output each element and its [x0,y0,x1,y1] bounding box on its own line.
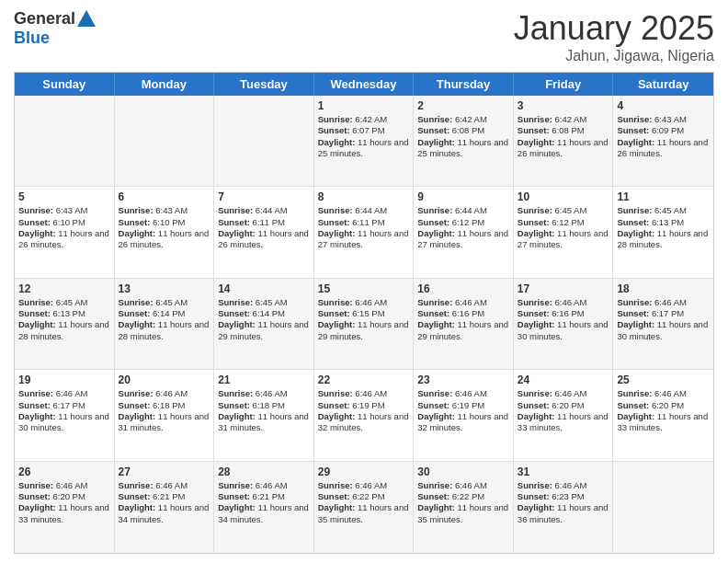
day-number: 10 [518,190,609,203]
day-number: 22 [318,373,410,386]
logo-general-text: General [14,9,75,29]
day-number: 29 [318,465,410,478]
calendar-cell: 30Sunrise: 6:46 AMSunset: 6:22 PMDayligh… [414,462,514,553]
calendar-cell: 21Sunrise: 6:46 AMSunset: 6:18 PMDayligh… [214,370,314,460]
header-day-sunday: Sunday [15,73,115,96]
logo-blue-text: Blue [14,29,50,48]
day-number: 31 [518,465,609,478]
header-day-wednesday: Wednesday [314,73,415,96]
day-number: 11 [617,190,710,203]
calendar-row-2: 12Sunrise: 6:45 AMSunset: 6:13 PMDayligh… [15,279,713,370]
calendar-row-1: 5Sunrise: 6:43 AMSunset: 6:10 PMDaylight… [15,187,713,278]
cell-info-text: Sunrise: 6:43 AMSunset: 6:10 PMDaylight:… [18,205,110,250]
cell-info-text: Sunrise: 6:45 AMSunset: 6:14 PMDaylight:… [218,297,310,342]
title-section: January 2025 Jahun, Jigawa, Nigeria [514,9,714,64]
calendar-cell [214,96,314,186]
day-number: 15 [318,282,410,295]
header-day-saturday: Saturday [613,73,713,96]
day-number: 24 [518,373,609,386]
calendar-cell: 11Sunrise: 6:45 AMSunset: 6:13 PMDayligh… [613,187,713,277]
day-number: 27 [119,465,210,478]
cell-info-text: Sunrise: 6:45 AMSunset: 6:13 PMDaylight:… [18,297,110,342]
calendar-cell: 2Sunrise: 6:42 AMSunset: 6:08 PMDaylight… [414,96,514,186]
calendar: SundayMondayTuesdayWednesdayThursdayFrid… [14,72,714,554]
day-number: 9 [417,190,509,203]
day-number: 5 [18,190,110,203]
cell-info-text: Sunrise: 6:46 AMSunset: 6:18 PMDaylight:… [119,388,210,433]
header-day-monday: Monday [115,73,215,96]
calendar-cell: 14Sunrise: 6:45 AMSunset: 6:14 PMDayligh… [214,279,314,369]
day-number: 17 [518,282,609,295]
calendar-cell: 23Sunrise: 6:46 AMSunset: 6:19 PMDayligh… [414,370,514,460]
calendar-cell: 25Sunrise: 6:46 AMSunset: 6:20 PMDayligh… [613,370,713,460]
cell-info-text: Sunrise: 6:46 AMSunset: 6:21 PMDaylight:… [218,480,310,525]
cell-info-text: Sunrise: 6:43 AMSunset: 6:09 PMDaylight:… [617,114,710,159]
cell-info-text: Sunrise: 6:46 AMSunset: 6:22 PMDaylight:… [417,480,509,525]
calendar-cell: 13Sunrise: 6:45 AMSunset: 6:14 PMDayligh… [115,279,215,369]
calendar-row-3: 19Sunrise: 6:46 AMSunset: 6:17 PMDayligh… [15,370,713,461]
cell-info-text: Sunrise: 6:46 AMSunset: 6:16 PMDaylight:… [417,297,509,342]
calendar-cell: 3Sunrise: 6:42 AMSunset: 6:08 PMDaylight… [514,96,614,186]
cell-info-text: Sunrise: 6:46 AMSunset: 6:19 PMDaylight:… [417,388,509,433]
cell-info-text: Sunrise: 6:46 AMSunset: 6:17 PMDaylight:… [617,297,710,342]
calendar-cell: 7Sunrise: 6:44 AMSunset: 6:11 PMDaylight… [214,187,314,277]
cell-info-text: Sunrise: 6:46 AMSunset: 6:22 PMDaylight:… [318,480,410,525]
cell-info-text: Sunrise: 6:46 AMSunset: 6:19 PMDaylight:… [318,388,410,433]
cell-info-text: Sunrise: 6:46 AMSunset: 6:23 PMDaylight:… [518,480,609,525]
cell-info-text: Sunrise: 6:46 AMSunset: 6:17 PMDaylight:… [18,388,110,433]
logo-text: General [14,9,96,29]
calendar-cell: 1Sunrise: 6:42 AMSunset: 6:07 PMDaylight… [314,96,415,186]
cell-info-text: Sunrise: 6:42 AMSunset: 6:07 PMDaylight:… [318,114,410,159]
calendar-row-4: 26Sunrise: 6:46 AMSunset: 6:20 PMDayligh… [15,462,713,553]
calendar-cell [15,96,115,186]
calendar-cell: 29Sunrise: 6:46 AMSunset: 6:22 PMDayligh… [314,462,415,553]
cell-info-text: Sunrise: 6:46 AMSunset: 6:20 PMDaylight:… [518,388,609,433]
month-title: January 2025 [514,9,714,48]
calendar-cell: 12Sunrise: 6:45 AMSunset: 6:13 PMDayligh… [15,279,115,369]
day-number: 16 [417,282,509,295]
calendar-cell: 31Sunrise: 6:46 AMSunset: 6:23 PMDayligh… [514,462,614,553]
calendar-cell: 19Sunrise: 6:46 AMSunset: 6:17 PMDayligh… [15,370,115,460]
calendar-cell: 16Sunrise: 6:46 AMSunset: 6:16 PMDayligh… [414,279,514,369]
day-number: 1 [318,99,410,112]
header-day-friday: Friday [514,73,614,96]
calendar-cell: 22Sunrise: 6:46 AMSunset: 6:19 PMDayligh… [314,370,415,460]
calendar-cell: 10Sunrise: 6:45 AMSunset: 6:12 PMDayligh… [514,187,614,277]
cell-info-text: Sunrise: 6:42 AMSunset: 6:08 PMDaylight:… [518,114,609,159]
day-number: 19 [18,373,110,386]
header-day-thursday: Thursday [414,73,514,96]
calendar-cell: 8Sunrise: 6:44 AMSunset: 6:11 PMDaylight… [314,187,415,277]
cell-info-text: Sunrise: 6:46 AMSunset: 6:20 PMDaylight:… [18,480,110,525]
cell-info-text: Sunrise: 6:46 AMSunset: 6:21 PMDaylight:… [119,480,210,525]
header-day-tuesday: Tuesday [214,73,314,96]
page: General Blue January 2025 Jahun, Jigawa,… [0,0,728,563]
day-number: 8 [318,190,410,203]
day-number: 13 [119,282,210,295]
cell-info-text: Sunrise: 6:46 AMSunset: 6:15 PMDaylight:… [318,297,410,342]
cell-info-text: Sunrise: 6:46 AMSunset: 6:16 PMDaylight:… [518,297,609,342]
day-number: 6 [119,190,210,203]
day-number: 21 [218,373,310,386]
header: General Blue January 2025 Jahun, Jigawa,… [14,9,714,64]
logo: General Blue [14,9,96,48]
calendar-cell [613,462,713,553]
cell-info-text: Sunrise: 6:43 AMSunset: 6:10 PMDaylight:… [119,205,210,250]
calendar-header: SundayMondayTuesdayWednesdayThursdayFrid… [15,73,713,96]
day-number: 30 [417,465,509,478]
calendar-cell: 15Sunrise: 6:46 AMSunset: 6:15 PMDayligh… [314,279,415,369]
cell-info-text: Sunrise: 6:44 AMSunset: 6:11 PMDaylight:… [218,205,310,250]
cell-info-text: Sunrise: 6:45 AMSunset: 6:13 PMDaylight:… [617,205,710,250]
day-number: 25 [617,373,710,386]
calendar-cell: 18Sunrise: 6:46 AMSunset: 6:17 PMDayligh… [613,279,713,369]
cell-info-text: Sunrise: 6:46 AMSunset: 6:20 PMDaylight:… [617,388,710,433]
calendar-cell: 20Sunrise: 6:46 AMSunset: 6:18 PMDayligh… [115,370,215,460]
cell-info-text: Sunrise: 6:44 AMSunset: 6:12 PMDaylight:… [417,205,509,250]
day-number: 14 [218,282,310,295]
day-number: 18 [617,282,710,295]
calendar-cell [115,96,215,186]
day-number: 26 [18,465,110,478]
day-number: 7 [218,190,310,203]
day-number: 28 [218,465,310,478]
cell-info-text: Sunrise: 6:45 AMSunset: 6:12 PMDaylight:… [518,205,609,250]
cell-info-text: Sunrise: 6:45 AMSunset: 6:14 PMDaylight:… [119,297,210,342]
